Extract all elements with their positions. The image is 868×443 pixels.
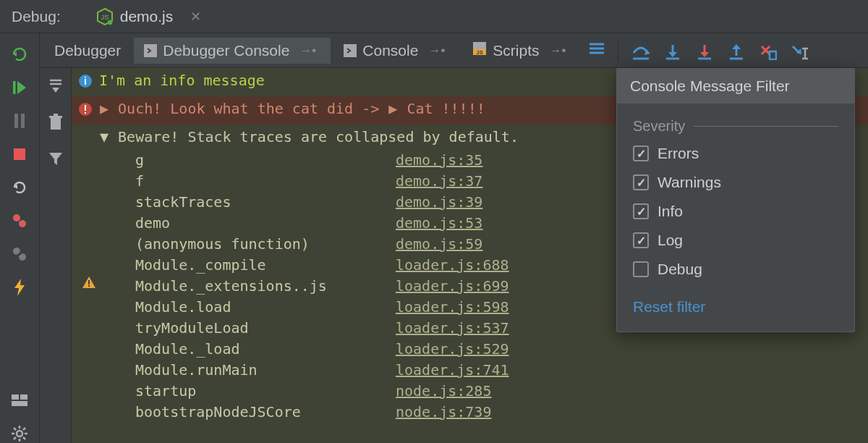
mute-breakpoints-icon[interactable]	[10, 245, 29, 263]
menu-icon[interactable]	[583, 39, 610, 62]
svg-line-24	[14, 428, 16, 430]
stack-frame: bootstrapNodeJSCorenode.js:739	[135, 402, 868, 423]
expand-icon[interactable]: ▶	[99, 98, 109, 119]
stack-function: Module._load	[135, 339, 396, 360]
lightning-icon[interactable]	[10, 278, 29, 297]
step-over-icon[interactable]	[631, 41, 650, 60]
error-message-b: Cat !!!!!	[407, 98, 485, 119]
svg-marker-15	[14, 279, 25, 296]
stack-function: bootstrapNodeJSCore	[135, 402, 396, 423]
svg-marker-40	[700, 52, 709, 57]
svg-point-11	[19, 220, 26, 227]
stack-function: (anonymous function)	[135, 234, 396, 255]
checkbox[interactable]	[633, 261, 649, 277]
tab-debugger[interactable]: Debugger	[44, 38, 131, 64]
svg-rect-47	[770, 51, 776, 59]
filter-option-label: Errors	[658, 145, 699, 162]
filter-option[interactable]: Info	[617, 197, 854, 226]
stack-location-link[interactable]: loader.js:537	[396, 318, 509, 339]
stop-icon[interactable]	[10, 145, 29, 164]
svg-marker-5	[17, 81, 26, 94]
resume-icon[interactable]	[10, 78, 29, 97]
drop-frame-icon[interactable]	[759, 41, 778, 60]
stack-function: demo	[135, 213, 396, 234]
force-step-into-icon[interactable]	[695, 41, 714, 60]
svg-rect-17	[20, 395, 27, 400]
breakpoints-icon[interactable]	[10, 211, 29, 230]
console-tab-icon	[344, 44, 357, 57]
svg-rect-7	[21, 114, 25, 128]
svg-rect-67	[88, 285, 90, 287]
console-tab-icon	[144, 44, 157, 57]
stack-location-link[interactable]: demo.js:53	[396, 213, 482, 234]
rerun-icon[interactable]	[10, 45, 29, 64]
checkbox[interactable]	[633, 203, 649, 219]
filter-option[interactable]: Log	[617, 226, 854, 255]
pin-icon[interactable]: →•	[424, 42, 449, 59]
pin-icon[interactable]: →•	[545, 42, 571, 59]
filter-option[interactable]: Debug	[617, 255, 854, 284]
checkbox[interactable]	[633, 232, 649, 248]
close-icon[interactable]: ✕	[190, 9, 201, 25]
svg-point-2	[108, 20, 112, 24]
svg-rect-16	[12, 395, 19, 400]
info-icon: i	[78, 73, 93, 94]
stack-frame: Module._loadloader.js:529	[135, 339, 868, 360]
left-gutter	[0, 33, 40, 443]
stack-function: g	[135, 150, 396, 171]
run-to-cursor-icon[interactable]	[791, 41, 809, 60]
step-out-icon[interactable]	[727, 41, 746, 60]
tab-console[interactable]: Console →•	[333, 38, 459, 64]
stack-location-link[interactable]: loader.js:688	[396, 255, 509, 276]
stack-location-link[interactable]: demo.js:35	[396, 150, 482, 171]
tab-scripts[interactable]: JS Scripts →•	[462, 37, 580, 64]
stack-function: Module._extensions..js	[135, 276, 396, 297]
svg-text:JS: JS	[476, 49, 483, 56]
stack-function: stackTraces	[135, 192, 396, 213]
stack-location-link[interactable]: demo.js:59	[396, 234, 482, 255]
stack-location-link[interactable]: loader.js:699	[396, 276, 509, 297]
filter-icon[interactable]	[48, 151, 64, 170]
checkbox[interactable]	[633, 174, 649, 190]
svg-rect-57	[49, 116, 62, 118]
pause-icon[interactable]	[10, 111, 29, 130]
scroll-to-end-icon[interactable]	[48, 78, 64, 98]
warning-icon	[82, 274, 96, 295]
tab-row: Debugger Debugger Console →• Console →• …	[40, 33, 868, 68]
svg-rect-6	[14, 114, 18, 128]
stepping-toolbar	[631, 41, 809, 60]
stack-location-link[interactable]: node.js:285	[396, 381, 491, 402]
filter-option[interactable]: Warnings	[617, 168, 854, 197]
step-into-icon[interactable]	[663, 41, 682, 60]
settings-icon[interactable]	[10, 424, 29, 443]
console-gutter	[40, 68, 72, 443]
svg-rect-4	[13, 81, 16, 94]
filter-option-label: Warnings	[658, 174, 721, 191]
trash-icon[interactable]	[48, 114, 63, 135]
refresh-icon[interactable]	[10, 178, 29, 197]
filter-option-label: Debug	[658, 261, 702, 278]
file-tab[interactable]: JS demo.js ✕	[97, 8, 202, 25]
svg-marker-37	[668, 52, 677, 57]
filter-option-label: Log	[658, 232, 683, 249]
pin-icon[interactable]: →•	[295, 42, 320, 59]
tab-debugger-console[interactable]: Debugger Console →•	[134, 38, 331, 64]
checkbox[interactable]	[633, 145, 649, 161]
stack-location-link[interactable]: loader.js:598	[396, 297, 509, 318]
filter-option[interactable]: Errors	[617, 139, 854, 168]
layout-icon[interactable]	[10, 391, 29, 410]
stack-location-link[interactable]: loader.js:529	[396, 339, 509, 360]
filter-option-label: Info	[658, 203, 683, 220]
error-icon	[78, 101, 93, 122]
top-bar: Debug: JS demo.js ✕	[0, 0, 868, 33]
collapse-icon[interactable]: ▼	[99, 127, 109, 148]
svg-marker-43	[732, 44, 741, 49]
nodejs-icon: JS	[97, 8, 113, 25]
expand-icon[interactable]: ▶	[388, 98, 398, 119]
stack-location-link[interactable]: node.js:739	[396, 402, 491, 423]
stack-location-link[interactable]: loader.js:741	[396, 360, 509, 381]
stack-location-link[interactable]: demo.js:37	[396, 171, 482, 192]
svg-rect-18	[12, 401, 27, 406]
stack-location-link[interactable]: demo.js:39	[396, 192, 482, 213]
reset-filter-link[interactable]: Reset filter	[617, 284, 854, 318]
